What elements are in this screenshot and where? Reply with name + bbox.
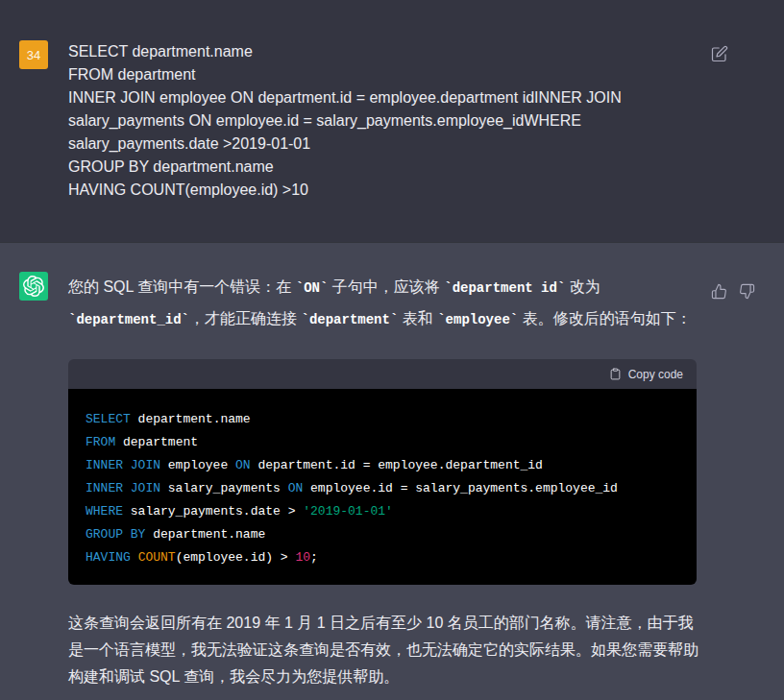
inline-code: `department_id` — [68, 312, 189, 327]
user-avatar: 34 — [19, 40, 48, 69]
code-line: HAVING COUNT(employee.id) > 10; — [86, 546, 679, 569]
code-line: INNER JOIN employee ON department.id = e… — [86, 454, 679, 477]
user-message-text: SELECT department.name FROM department I… — [68, 40, 698, 202]
user-message-actions — [711, 40, 765, 62]
assistant-paragraph-2: 这条查询会返回所有在 2019 年 1 月 1 日之后有至少 10 名员工的部门… — [68, 610, 698, 690]
assistant-message: 您的 SQL 查询中有一个错误：在 `ON` 子句中，应该将 `departme… — [0, 242, 784, 700]
chatgpt-avatar — [19, 272, 48, 301]
paragraph-text: ，才能正确连接 — [189, 310, 301, 326]
thumbs-down-icon — [739, 283, 755, 300]
inline-code: `employee` — [437, 312, 518, 327]
edit-message-button[interactable] — [711, 45, 728, 62]
copy-code-button[interactable]: Copy code — [609, 367, 683, 381]
user-avatar-column: 34 — [19, 40, 48, 69]
assistant-message-content: 您的 SQL 查询中有一个错误：在 `ON` 子句中，应该将 `departme… — [68, 272, 698, 690]
paragraph-text: 子句中，应该将 — [328, 278, 444, 295]
paragraph-text: 改为 — [565, 278, 600, 295]
code-content: SELECT department.nameFROM departmentINN… — [68, 389, 697, 585]
inline-code: `department id` — [444, 280, 565, 296]
chatgpt-logo-icon — [23, 276, 44, 297]
code-block-header: Copy code — [68, 359, 697, 389]
thumbs-up-icon — [711, 283, 727, 300]
inline-code: `ON` — [296, 280, 329, 296]
thumbs-up-button[interactable] — [711, 283, 727, 300]
user-message: 34 SELECT department.name FROM departmen… — [0, 0, 784, 242]
assistant-message-actions — [711, 283, 765, 300]
assistant-paragraph-1: 您的 SQL 查询中有一个错误：在 `ON` 子句中，应该将 `departme… — [68, 272, 698, 335]
paragraph-text: 表和 — [398, 310, 437, 326]
inline-code: `department` — [301, 312, 398, 327]
code-line: WHERE salary_payments.date > '2019-01-01… — [86, 500, 679, 523]
code-line: GROUP BY department.name — [86, 523, 679, 546]
code-line: SELECT department.name — [86, 408, 679, 431]
thumbs-down-button[interactable] — [739, 283, 755, 300]
assistant-avatar-column — [19, 272, 48, 301]
pencil-square-icon — [711, 45, 728, 62]
paragraph-text: 表。修改后的语句如下： — [518, 310, 691, 326]
copy-code-label: Copy code — [628, 368, 683, 381]
paragraph-text: 您的 SQL 查询中有一个错误：在 — [68, 278, 296, 295]
clipboard-icon — [609, 367, 622, 381]
user-message-content: SELECT department.name FROM department I… — [68, 40, 698, 202]
sql-code-block: Copy code SELECT department.nameFROM dep… — [68, 359, 697, 585]
chat-conversation: 34 SELECT department.name FROM departmen… — [0, 0, 784, 700]
code-line: FROM department — [86, 431, 679, 454]
code-line: INNER JOIN salary_payments ON employee.i… — [86, 477, 679, 500]
